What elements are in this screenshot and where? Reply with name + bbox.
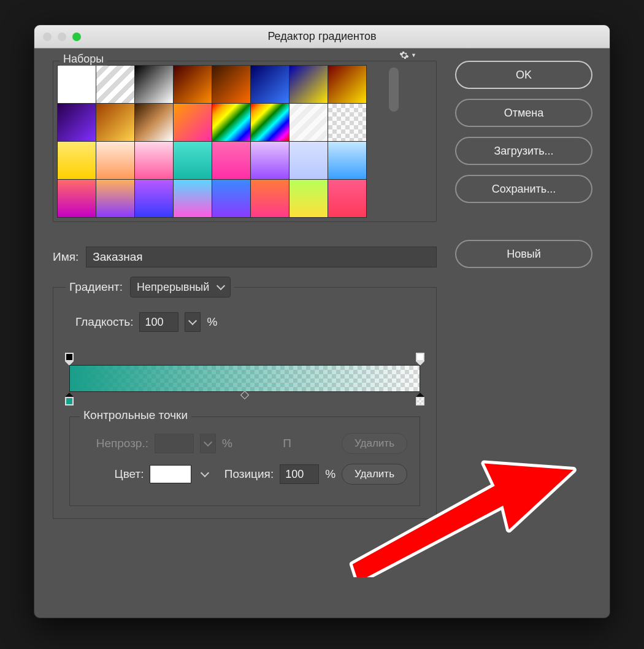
preset-swatch[interactable] [174,180,212,218]
color-well[interactable] [150,465,191,483]
save-button[interactable]: Сохранить... [455,175,592,203]
ok-button[interactable]: OK [455,61,592,89]
color-delete-button[interactable]: Удалить [342,464,407,485]
preset-swatch[interactable] [251,142,289,180]
preset-swatch[interactable] [212,66,251,104]
opacity-value-input [155,434,194,453]
gradient-settings-panel: Градиент: Непрерывный Гладкость: % [53,287,437,519]
preset-swatch[interactable] [212,180,251,218]
smoothness-dropdown-button[interactable] [185,312,201,332]
opacity-dropdown-button [200,434,216,453]
preset-swatch[interactable] [135,180,174,218]
window-controls [43,33,81,41]
gradient-type-label: Градиент: [69,280,123,294]
chevron-down-icon [201,469,209,477]
preset-swatch[interactable] [251,180,289,218]
opacity-stop-label: Непрозр.: [82,437,148,450]
control-points-label: Контрольные точки [80,409,191,422]
smoothness-input[interactable] [139,312,178,332]
preset-swatch[interactable] [96,66,135,104]
chevron-down-icon: ▼ [411,52,416,58]
preset-swatch[interactable] [96,180,135,218]
color-stop-label: Цвет: [82,467,144,481]
preset-swatch[interactable] [328,142,367,180]
presets-label: Наборы [59,53,107,66]
preset-swatch[interactable] [251,104,289,142]
preset-swatch[interactable] [289,66,328,104]
preset-swatch[interactable] [96,142,135,180]
control-points-panel: Контрольные точки Непрозр.: % П Удалить [69,417,420,506]
presets-panel: Наборы ▼ [53,61,437,222]
preset-swatch[interactable] [289,142,328,180]
preset-swatch-grid [57,65,367,218]
preset-swatch[interactable] [58,66,96,104]
preset-swatch[interactable] [58,180,96,218]
preset-swatch[interactable] [58,104,96,142]
gradient-bar[interactable] [69,365,420,392]
chevron-down-icon [204,438,212,447]
gear-icon [399,50,409,60]
preset-swatch[interactable] [212,142,251,180]
preset-swatch[interactable] [174,104,212,142]
smoothness-label: Гладкость: [75,315,133,329]
color-position-label: Позиция: [224,467,274,481]
preset-swatch[interactable] [135,104,174,142]
presets-menu-button[interactable]: ▼ [399,50,416,60]
titlebar: Редактор градиентов [34,25,610,48]
name-label: Имя: [53,250,79,264]
gradient-type-value: Непрерывный [137,281,209,294]
zoom-window-button[interactable] [72,33,81,41]
preset-swatch[interactable] [328,66,367,104]
window-title: Редактор градиентов [34,30,610,43]
gradient-editor-window: Редактор градиентов Наборы ▼ [34,25,610,618]
minimize-window-button[interactable] [58,33,66,41]
color-stop-start[interactable] [65,393,74,405]
preset-swatch[interactable] [96,104,135,142]
color-dropdown-button[interactable] [197,464,212,484]
opacity-delete-button[interactable]: Удалить [342,433,407,454]
preset-swatch[interactable] [174,66,212,104]
presets-scrollbar[interactable] [383,65,401,218]
gradient-type-select[interactable]: Непрерывный [130,277,231,298]
scroll-thumb[interactable] [389,67,399,112]
opacity-stop-start[interactable] [65,353,74,366]
load-button[interactable]: Загрузить... [455,137,592,165]
preset-swatch[interactable] [174,142,212,180]
color-position-unit: % [325,467,335,481]
preset-swatch[interactable] [135,142,174,180]
preset-swatch[interactable] [328,180,367,218]
new-button[interactable]: Новый [455,240,592,268]
preset-swatch[interactable] [135,66,174,104]
color-stop-end[interactable] [416,393,424,405]
color-position-input[interactable] [280,464,319,484]
chevron-down-icon [217,282,225,290]
preset-swatch[interactable] [289,104,328,142]
opacity-unit: % [222,437,232,450]
cancel-button[interactable]: Отмена [455,99,592,127]
name-input[interactable] [86,247,437,267]
preset-swatch[interactable] [289,180,328,218]
preset-swatch[interactable] [58,142,96,180]
opacity-position-label: П [283,437,291,450]
close-window-button[interactable] [43,33,52,41]
smoothness-unit: % [207,315,217,329]
gradient-ramp-editor[interactable] [69,365,420,392]
preset-swatch[interactable] [251,66,289,104]
preset-swatch[interactable] [212,104,251,142]
opacity-stop-end[interactable] [416,353,424,366]
chevron-down-icon [188,317,197,325]
preset-swatch[interactable] [328,104,367,142]
gradient-midpoint[interactable] [240,391,249,399]
